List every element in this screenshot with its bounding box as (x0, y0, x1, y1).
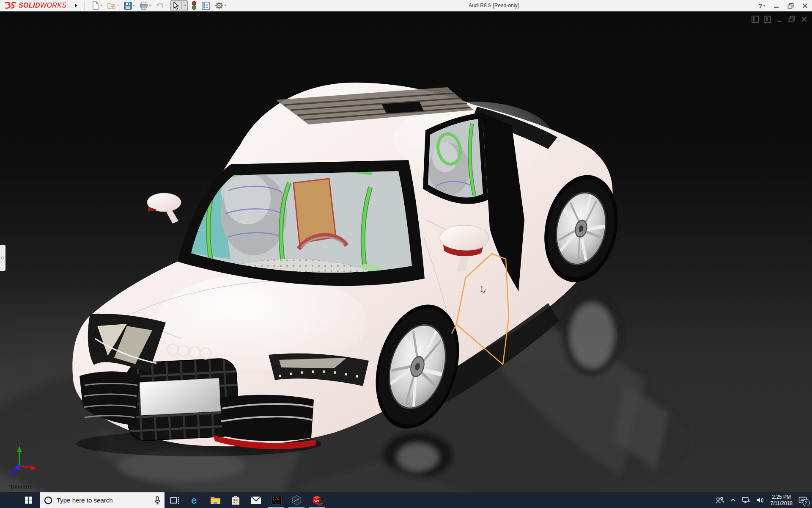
brand-text: SOLIDWORKS (19, 2, 66, 9)
graphics-area[interactable]: *Dimetric (0, 11, 812, 492)
svg-text:SW: SW (313, 499, 319, 503)
menu-expand-arrow[interactable] (72, 1, 80, 10)
traffic-light-icon (192, 1, 197, 10)
collapse-circle-icon (1, 257, 4, 260)
tray-date: 7/11/2018 (771, 500, 793, 507)
select-cursor-icon (173, 2, 179, 10)
store-icon (231, 495, 240, 505)
minimize-icon (774, 3, 779, 8)
left-intake (80, 371, 140, 425)
select-tool-button[interactable]: ▾ (170, 0, 188, 11)
save-button[interactable]: ▾ (123, 1, 136, 11)
new-document-icon (92, 1, 99, 10)
network-icon[interactable] (742, 497, 750, 504)
orientation-triad[interactable] (3, 443, 41, 479)
file-properties-button[interactable] (200, 1, 211, 11)
feature-pane-icon[interactable] (763, 15, 771, 23)
display-pane-icon[interactable] (751, 15, 759, 23)
audi-r8-model[interactable] (0, 11, 812, 492)
toolbar-separator (84, 1, 85, 10)
tray-time: 2:25 PM (771, 494, 793, 500)
select-divider (181, 2, 182, 9)
taskbar-app-command-prompt[interactable]: C:\_ (266, 492, 286, 508)
restore-icon (787, 3, 794, 9)
close-icon (802, 3, 808, 8)
svg-text:C:\_: C:\_ (272, 497, 280, 500)
edge-icon: e (189, 495, 200, 506)
windows-logo-icon (25, 497, 32, 504)
ds-logo-icon (4, 1, 17, 10)
open-button[interactable]: ▾ (106, 1, 120, 10)
taskbar-app-task-view[interactable] (165, 492, 185, 508)
task-view-icon (170, 496, 179, 505)
title-bar: SOLIDWORKS ▾ ▾ ▾ (0, 0, 812, 11)
solidworks-logo: SOLIDWORKS (0, 1, 66, 10)
hexagon-app-icon (291, 495, 302, 505)
volume-icon[interactable] (756, 497, 765, 504)
file-properties-icon (202, 2, 210, 10)
command-prompt-icon: C:\_ (271, 496, 282, 505)
search-box[interactable] (40, 492, 165, 508)
solidworks-2017-icon: SW 2017 (311, 495, 323, 506)
view-orientation-label: *Dimetric (8, 483, 33, 490)
document-window-controls (751, 15, 808, 23)
people-icon[interactable] (715, 497, 724, 504)
open-folder-icon (107, 2, 116, 9)
file-explorer-icon (210, 496, 221, 505)
action-center-button[interactable]: 2 (798, 497, 807, 504)
svg-text:2017: 2017 (317, 503, 323, 506)
print-icon (140, 2, 148, 10)
left-mirror[interactable] (147, 193, 181, 224)
undo-icon (156, 2, 164, 9)
undo-button[interactable]: ▾ (154, 1, 168, 10)
svg-text:e: e (191, 495, 197, 506)
taskbar-app-composer[interactable] (286, 492, 307, 508)
license-plate (140, 378, 221, 415)
minimize-document-icon[interactable] (776, 15, 783, 23)
search-input[interactable] (57, 497, 150, 504)
help-button[interactable]: ?▾ (758, 3, 765, 9)
restore-button[interactable] (787, 3, 794, 9)
taskbar-app-mail[interactable] (246, 492, 266, 508)
taskbar-app-solidworks-2017[interactable]: SW 2017 (307, 492, 327, 508)
clock[interactable]: 2:25 PM 7/11/2018 (771, 494, 793, 507)
new-document-button[interactable]: ▾ (91, 0, 103, 11)
close-document-icon[interactable] (800, 15, 808, 23)
task-pane-collapse-tab[interactable] (0, 245, 5, 271)
right-triangle-icon (74, 3, 78, 8)
window-title: Audi R8 S [Read-only] (469, 3, 519, 8)
tray-chevron-icon[interactable] (730, 498, 736, 502)
quick-access-toolbar: ▾ ▾ ▾ ▾ (91, 0, 227, 11)
microphone-icon[interactable] (154, 496, 160, 505)
restore-document-icon[interactable] (788, 15, 796, 23)
taskbar-app-edge[interactable]: e (185, 492, 205, 508)
close-button[interactable] (802, 3, 808, 8)
start-button[interactable] (0, 492, 40, 508)
gear-icon (215, 1, 223, 10)
mail-icon (251, 496, 261, 504)
cortana-circle-icon (44, 496, 52, 505)
print-button[interactable]: ▾ (138, 1, 152, 11)
minimize-button[interactable] (774, 3, 779, 8)
taskbar-app-store[interactable] (225, 492, 246, 508)
rebuild-button[interactable] (190, 0, 198, 11)
notification-badge: 2 (803, 499, 810, 506)
save-floppy-icon (124, 2, 132, 10)
options-button[interactable]: ▾ (214, 0, 227, 11)
taskbar-app-file-explorer[interactable] (205, 492, 225, 508)
system-tray: 2:25 PM 7/11/2018 2 (715, 492, 812, 508)
window-controls: ?▾ (758, 0, 808, 11)
taskbar: e C:\_ (0, 492, 812, 508)
